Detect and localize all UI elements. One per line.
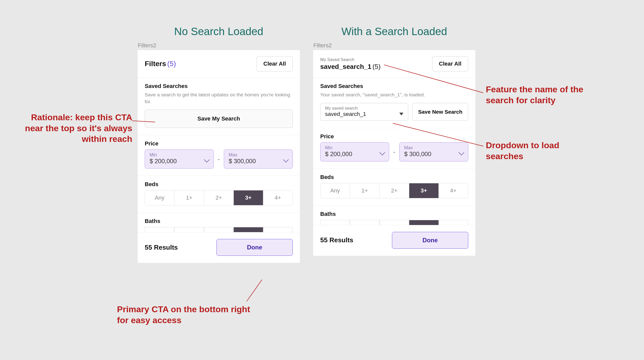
- frame-label: Filters2: [313, 42, 476, 49]
- chevron-down-icon: [379, 149, 385, 155]
- beds-option-2[interactable]: 2+: [379, 183, 409, 198]
- annotation-dropdown: Dropdown to load searches: [486, 140, 593, 161]
- baths-option[interactable]: [439, 220, 468, 225]
- mock-title-left: No Search Loaded: [137, 25, 300, 38]
- beds-option-1[interactable]: 1+: [350, 183, 379, 198]
- results-count: 55 Results: [145, 244, 178, 251]
- price-max-value: $ 300,000: [404, 151, 431, 158]
- beds-segment-group: Any 1+ 2+ 3+ 4+: [145, 190, 293, 205]
- saved-searches-subtitle: Save a search to get the latest updates …: [145, 92, 293, 105]
- price-max-label: Max: [404, 145, 431, 151]
- filters-panel-right: My Saved Search saved_search_1 (5) Clear…: [313, 50, 476, 256]
- saved-search-dropdown[interactable]: My saved search saved_search_1: [320, 103, 408, 121]
- saved-searches-subtitle: Your saved search, "saved_search_1", is …: [320, 92, 468, 98]
- mysaved-label: My Saved Search: [320, 57, 380, 62]
- beds-option-2[interactable]: 2+: [204, 190, 233, 205]
- price-max-select[interactable]: Max $ 300,000: [224, 149, 293, 169]
- price-min-label: Min: [325, 145, 352, 151]
- beds-section: Beds Any 1+ 2+ 3+ 4+: [313, 169, 475, 206]
- price-min-value: $ 200,000: [150, 158, 177, 165]
- baths-section: Baths: [138, 213, 300, 232]
- saved-searches-title: Saved Searches: [145, 83, 293, 89]
- clear-all-button[interactable]: Clear All: [432, 56, 468, 71]
- mock-title-right: With a Search Loaded: [313, 25, 476, 38]
- chevron-down-icon: [283, 157, 289, 163]
- baths-option[interactable]: [233, 227, 263, 232]
- baths-option[interactable]: [350, 220, 379, 225]
- baths-segment-group: [320, 220, 468, 225]
- baths-segment-group: [145, 227, 293, 232]
- panel-header: My Saved Search saved_search_1 (5) Clear…: [313, 50, 475, 78]
- price-max-select[interactable]: Max $ 300,000: [399, 142, 468, 161]
- saved-searches-section: Saved Searches Save a search to get the …: [138, 78, 300, 135]
- beds-option-4[interactable]: 4+: [438, 183, 468, 198]
- baths-option[interactable]: [174, 227, 204, 232]
- chevron-down-icon: [459, 149, 464, 155]
- done-button[interactable]: Done: [392, 232, 468, 249]
- beds-option-any[interactable]: Any: [320, 183, 350, 198]
- baths-title: Baths: [145, 218, 293, 224]
- filters-title-block: Filters (5): [145, 60, 176, 68]
- baths-option[interactable]: [409, 220, 438, 225]
- filters-title-block: My Saved Search saved_search_1 (5): [320, 57, 380, 71]
- save-new-search-button[interactable]: Save New Search: [412, 103, 468, 121]
- beds-title: Beds: [145, 181, 293, 188]
- save-my-search-button[interactable]: Save My Search: [145, 110, 293, 128]
- price-min-select[interactable]: Min $ 200,000: [320, 142, 389, 161]
- chevron-down-icon: [204, 157, 210, 163]
- beds-section: Beds Any 1+ 2+ 3+ 4+: [138, 176, 300, 213]
- beds-option-any[interactable]: Any: [145, 190, 174, 205]
- beds-option-3[interactable]: 3+: [409, 183, 438, 198]
- beds-option-3[interactable]: 3+: [233, 190, 263, 205]
- results-count: 55 Results: [320, 236, 353, 244]
- price-max-label: Max: [229, 152, 256, 158]
- baths-section: Baths: [313, 206, 475, 225]
- mock-no-search: No Search Loaded Filters2 Filters (5) Cl…: [137, 25, 300, 263]
- filters-panel-left: Filters (5) Clear All Saved Searches Sav…: [137, 50, 300, 263]
- annotation-name-clarity: Feature the name of the search for clari…: [486, 84, 605, 106]
- saved-search-name: saved_search_1: [320, 63, 371, 70]
- filters-count: (5): [372, 63, 380, 70]
- mock-with-search: With a Search Loaded Filters2 My Saved S…: [313, 25, 476, 263]
- baths-title: Baths: [320, 211, 468, 217]
- panel-footer: 55 Results Done: [313, 225, 475, 256]
- price-title: Price: [320, 133, 468, 140]
- panel-header: Filters (5) Clear All: [138, 50, 300, 78]
- beds-segment-group: Any 1+ 2+ 3+ 4+: [320, 183, 468, 198]
- price-section: Price Min $ 200,000 - Max $ 300,000: [313, 128, 475, 169]
- baths-option[interactable]: [204, 227, 233, 232]
- caret-down-icon: [399, 113, 403, 115]
- saved-searches-section: Saved Searches Your saved search, "saved…: [313, 78, 475, 128]
- clear-all-button[interactable]: Clear All: [257, 56, 293, 71]
- dash: -: [218, 156, 220, 163]
- baths-option[interactable]: [145, 227, 174, 232]
- baths-option[interactable]: [379, 220, 409, 225]
- baths-option[interactable]: [263, 227, 293, 232]
- annotation-cta-bottom: Primary CTA on the bottom right for easy…: [117, 304, 254, 325]
- price-title: Price: [145, 140, 293, 147]
- svg-line-1: [247, 280, 262, 301]
- dash: -: [393, 148, 395, 155]
- saved-searches-title: Saved Searches: [320, 83, 468, 89]
- baths-option[interactable]: [320, 220, 350, 225]
- beds-option-4[interactable]: 4+: [263, 190, 292, 205]
- price-min-value: $ 200,000: [325, 151, 352, 158]
- panel-footer: 55 Results Done: [138, 232, 300, 263]
- dropdown-label: My saved search: [325, 106, 366, 111]
- done-button[interactable]: Done: [216, 239, 293, 256]
- filters-title: Filters: [145, 60, 166, 68]
- price-section: Price Min $ 200,000 - Max $ 300,000: [138, 135, 300, 176]
- filters-count: (5): [167, 60, 176, 68]
- beds-title: Beds: [320, 174, 468, 181]
- dropdown-value: saved_search_1: [325, 111, 366, 117]
- price-max-value: $ 300,000: [229, 158, 256, 165]
- frame-label: Filters2: [137, 42, 300, 49]
- price-min-label: Min: [150, 152, 177, 158]
- price-min-select[interactable]: Min $ 200,000: [145, 149, 214, 169]
- beds-option-1[interactable]: 1+: [174, 190, 204, 205]
- annotation-cta-top: Rationale: keep this CTA near the top so…: [13, 112, 132, 144]
